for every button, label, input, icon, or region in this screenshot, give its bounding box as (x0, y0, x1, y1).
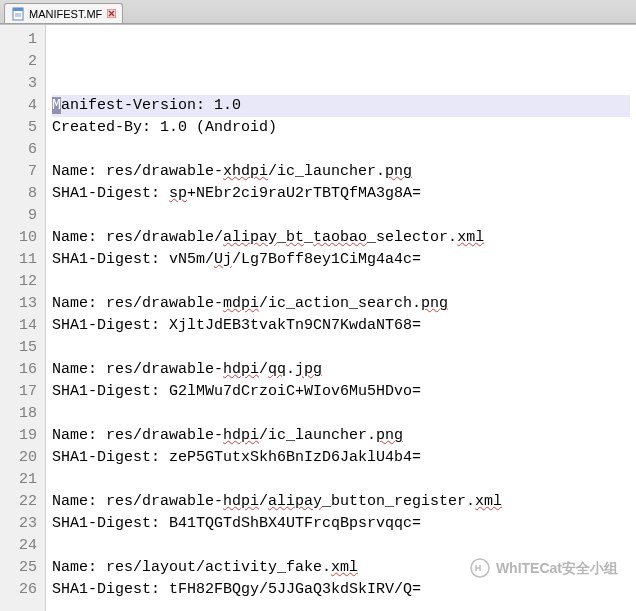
editor-area: 1234567891011121314151617181920212223242… (0, 24, 636, 611)
code-line (52, 271, 630, 293)
svg-rect-1 (13, 8, 23, 11)
code-line (52, 337, 630, 359)
line-number: 14 (4, 315, 37, 337)
code-line: Name: res/drawable-hdpi/qq.jpg (52, 359, 630, 381)
line-number: 8 (4, 183, 37, 205)
code-line: SHA1-Digest: tFH82FBQgy/5JJGaQ3kdSkIRV/Q… (52, 579, 630, 601)
code-line: SHA1-Digest: XjltJdEB3tvakTn9CN7KwdaNT68… (52, 315, 630, 337)
code-line: Name: res/drawable/alipay_bt_taobao_sele… (52, 227, 630, 249)
tab-bar: MANIFEST.MF (0, 0, 636, 24)
code-line (52, 205, 630, 227)
code-line: Name: res/drawable-mdpi/ic_action_search… (52, 293, 630, 315)
line-number: 11 (4, 249, 37, 271)
code-line: Name: res/layout/activity_fake.xml (52, 557, 630, 579)
line-number: 6 (4, 139, 37, 161)
code-line: Name: res/drawable-hdpi/alipay_button_re… (52, 491, 630, 513)
line-number: 17 (4, 381, 37, 403)
file-tab[interactable]: MANIFEST.MF (4, 3, 123, 23)
code-content[interactable]: WhITECat安全小组 Manifest-Version: 1.0Create… (46, 25, 636, 611)
code-line: SHA1-Digest: vN5m/Uj/Lg7Boff8ey1CiMg4a4c… (52, 249, 630, 271)
line-number: 5 (4, 117, 37, 139)
line-number-gutter: 1234567891011121314151617181920212223242… (0, 25, 46, 611)
file-icon (11, 7, 25, 21)
code-line: SHA1-Digest: G2lMWu7dCrzoiC+WIov6Mu5HDvo… (52, 381, 630, 403)
code-line: SHA1-Digest: sp+NEbr2ci9raU2rTBTQfMA3g8A… (52, 183, 630, 205)
line-number: 18 (4, 403, 37, 425)
close-icon[interactable] (106, 9, 116, 19)
code-line (52, 469, 630, 491)
code-line: Name: res/drawable-xhdpi/ic_launcher.png (52, 161, 630, 183)
code-line: SHA1-Digest: zeP5GTutxSkh6BnIzD6JaklU4b4… (52, 447, 630, 469)
code-line (52, 601, 630, 611)
line-number: 4 (4, 95, 37, 117)
line-number: 16 (4, 359, 37, 381)
line-number: 25 (4, 557, 37, 579)
code-line: Manifest-Version: 1.0 (52, 95, 630, 117)
line-number: 3 (4, 73, 37, 95)
line-number: 22 (4, 491, 37, 513)
line-number: 9 (4, 205, 37, 227)
tab-filename: MANIFEST.MF (29, 8, 102, 20)
line-number: 13 (4, 293, 37, 315)
line-number: 23 (4, 513, 37, 535)
code-line (52, 403, 630, 425)
code-line (52, 535, 630, 557)
line-number: 19 (4, 425, 37, 447)
code-line: SHA1-Digest: B41TQGTdShBX4UTFrcqBpsrvqqc… (52, 513, 630, 535)
line-number: 10 (4, 227, 37, 249)
code-line: Created-By: 1.0 (Android) (52, 117, 630, 139)
line-number: 12 (4, 271, 37, 293)
line-number: 26 (4, 579, 37, 601)
line-number: 24 (4, 535, 37, 557)
code-line: Name: res/drawable-hdpi/ic_launcher.png (52, 425, 630, 447)
line-number: 21 (4, 469, 37, 491)
line-number: 20 (4, 447, 37, 469)
line-number: 2 (4, 51, 37, 73)
line-number: 7 (4, 161, 37, 183)
line-number: 1 (4, 29, 37, 51)
code-line (52, 139, 630, 161)
line-number: 15 (4, 337, 37, 359)
